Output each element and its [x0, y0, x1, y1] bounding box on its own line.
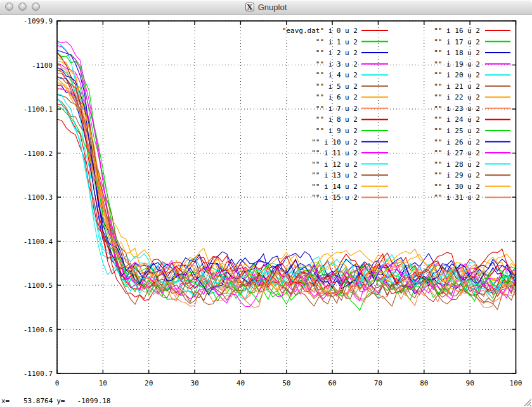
x-tick-label: 60: [328, 379, 336, 387]
y-tick-label: -1100.7: [23, 370, 53, 378]
x-tick-label: 20: [145, 379, 153, 387]
legend-entry: "" i 23 u 2: [434, 105, 510, 113]
legend-label: "" i 26 u 2: [434, 138, 480, 146]
window-title: Gnuplot: [258, 3, 287, 12]
legend-label: "" i 16 u 2: [434, 27, 480, 35]
legend-label: "" i 12 u 2: [311, 160, 358, 169]
legend-entry: "" i 20 u 2: [434, 71, 510, 79]
legend-label: "" i 8 u 2: [316, 115, 358, 124]
legend-label: "" i 20 u 2: [434, 71, 480, 79]
legend-entry: "" i 16 u 2: [434, 27, 510, 35]
legend-entry: "" i 5 u 2: [316, 82, 388, 91]
legend-entry: "" i 14 u 2: [311, 183, 388, 191]
legend-entry: "" i 27 u 2: [434, 149, 510, 157]
legend-entry: "" i 7 u 2: [316, 105, 388, 113]
legend-entry: "" i 22 u 2: [434, 93, 510, 101]
x-tick-label: 0: [55, 379, 60, 387]
legend-label: "" i 13 u 2: [311, 171, 358, 179]
legend-label: "" i 22 u 2: [434, 93, 480, 101]
legend-label: "" i 17 u 2: [434, 38, 480, 46]
status-y-value: -1099.18: [65, 397, 111, 405]
legend-label: "" i 11 u 2: [311, 149, 358, 157]
legend-entry: "" i 8 u 2: [316, 115, 388, 124]
window-content: 0102030405060708090100-1099.9-1100-1100.…: [0, 15, 532, 407]
legend-entry: "" i 24 u 2: [434, 115, 510, 124]
legend-entry: "" i 26 u 2: [434, 138, 510, 146]
resize-grip-icon[interactable]: [523, 398, 531, 406]
status-x-value: 53.8764: [10, 397, 53, 405]
window-title-bar[interactable]: X Gnuplot: [0, 0, 532, 15]
legend-entry: "" i 19 u 2: [434, 60, 510, 68]
legend-entry: "" i 1 u 2: [316, 38, 388, 46]
legend-label: "" i 5 u 2: [316, 82, 358, 91]
legend-label: "" i 28 u 2: [434, 160, 480, 169]
legend: "eavg.dat" i 0 u 2"" i 16 u 2"" i 1 u 2"…: [282, 27, 510, 202]
legend-entry: "" i 13 u 2: [311, 171, 388, 179]
status-y-label: y=: [56, 397, 65, 405]
legend-entry: "" i 29 u 2: [434, 171, 510, 179]
x-tick-label: 10: [99, 379, 107, 387]
legend-label: "" i 14 u 2: [311, 183, 358, 191]
legend-entry: "" i 21 u 2: [434, 82, 510, 91]
plot-canvas[interactable]: 0102030405060708090100-1099.9-1100-1100.…: [0, 15, 532, 395]
y-tick-label: -1100.2: [23, 150, 53, 158]
legend-label: "" i 9 u 2: [316, 127, 358, 135]
legend-label: "" i 2 u 2: [316, 49, 358, 57]
gnuplot-window: X Gnuplot 0102030405060708090100-1099.9-…: [0, 0, 532, 407]
legend-entry: "" i 31 u 2: [434, 193, 510, 202]
y-tick-label: -1100.5: [23, 281, 53, 290]
x-tick-label: 50: [282, 379, 290, 387]
y-tick-label: -1099.9: [23, 17, 53, 25]
legend-entry: "" i 18 u 2: [434, 49, 510, 57]
legend-entry: "eavg.dat" i 0 u 2: [282, 27, 388, 35]
legend-label: "" i 10 u 2: [311, 138, 358, 146]
legend-label: "" i 27 u 2: [434, 149, 480, 157]
x-tick-label: 40: [237, 379, 245, 387]
legend-label: "" i 31 u 2: [434, 193, 480, 202]
legend-entry: "" i 15 u 2: [311, 193, 388, 202]
series-line-i26: [57, 68, 516, 295]
x-tick-label: 90: [466, 379, 474, 387]
legend-label: "eavg.dat" i 0 u 2: [282, 27, 358, 35]
legend-label: "" i 7 u 2: [316, 105, 358, 113]
legend-entry: "" i 9 u 2: [316, 127, 388, 135]
legend-label: "" i 21 u 2: [434, 82, 480, 91]
x-tick-label: 70: [374, 379, 382, 387]
status-x-label: x=: [1, 397, 10, 405]
legend-label: "" i 30 u 2: [434, 183, 480, 191]
x11-icon: X: [245, 3, 254, 11]
y-tick-label: -1100.1: [23, 105, 53, 113]
legend-entry: "" i 30 u 2: [434, 183, 510, 191]
legend-label: "" i 3 u 2: [316, 60, 358, 68]
y-tick-label: -1100.4: [23, 238, 53, 246]
legend-label: "" i 25 u 2: [434, 127, 480, 135]
window-title-area: X Gnuplot: [0, 0, 532, 14]
x-tick-label: 80: [420, 379, 428, 387]
legend-label: "" i 1 u 2: [316, 38, 358, 46]
legend-entry: "" i 25 u 2: [434, 127, 510, 135]
legend-entry: "" i 11 u 2: [311, 149, 388, 157]
x-tick-label: 30: [190, 379, 198, 387]
legend-entry: "" i 28 u 2: [434, 160, 510, 169]
legend-label: "" i 18 u 2: [434, 49, 480, 57]
legend-label: "" i 4 u 2: [316, 71, 358, 79]
legend-label: "" i 29 u 2: [434, 171, 480, 179]
legend-entry: "" i 12 u 2: [311, 160, 388, 169]
legend-label: "" i 15 u 2: [311, 193, 358, 202]
legend-entry: "" i 17 u 2: [434, 38, 510, 46]
y-tick-label: -1100.6: [23, 326, 53, 334]
x-tick-label: 100: [510, 379, 522, 387]
legend-entry: "" i 6 u 2: [316, 93, 388, 101]
legend-label: "" i 23 u 2: [434, 105, 480, 113]
legend-entry: "" i 2 u 2: [316, 49, 388, 57]
legend-entry: "" i 4 u 2: [316, 71, 388, 79]
mouse-coordinates-status: x=53.8764y=-1099.18: [1, 397, 111, 405]
y-tick-label: -1100.3: [23, 193, 53, 202]
legend-label: "" i 24 u 2: [434, 115, 480, 124]
legend-label: "" i 6 u 2: [316, 93, 358, 101]
y-tick-label: -1100: [32, 61, 53, 70]
legend-entry: "" i 10 u 2: [311, 138, 388, 146]
legend-label: "" i 19 u 2: [434, 60, 480, 68]
legend-entry: "" i 3 u 2: [316, 60, 388, 68]
